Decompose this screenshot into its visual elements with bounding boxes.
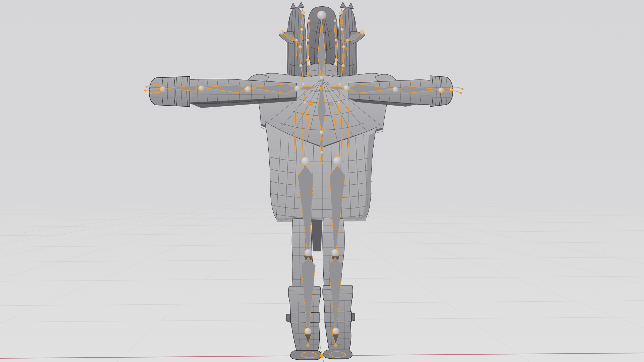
joint-elbow-right[interactable] <box>393 87 398 92</box>
joint-wrist-left[interactable] <box>199 85 204 91</box>
bone-end-on-left[interactable] <box>308 101 313 106</box>
joint-knee-right[interactable] <box>331 249 339 256</box>
joint-hip-right[interactable] <box>333 157 342 165</box>
viewport-canvas[interactable] <box>0 0 644 362</box>
boot-left[interactable] <box>286 286 321 360</box>
bone-end-on-right[interactable] <box>329 102 333 106</box>
joint-knee-left[interactable] <box>305 249 312 256</box>
cuff-left[interactable] <box>149 76 190 107</box>
viewport-3d[interactable] <box>0 0 644 362</box>
boot-strap-left <box>290 312 319 323</box>
joint-head-top[interactable] <box>317 11 326 19</box>
hair-tuft-top-right <box>340 2 354 9</box>
boot-buckle-left <box>286 314 290 322</box>
joint-shoulder-right[interactable] <box>343 85 350 91</box>
origin-point[interactable] <box>320 354 323 357</box>
inner-skirt-shadow <box>311 219 322 251</box>
joint-hand-right[interactable] <box>449 88 453 92</box>
joint-elbow-left[interactable] <box>245 86 251 92</box>
boot-buckle-right <box>352 313 355 321</box>
joint-ankle-right[interactable] <box>332 328 339 335</box>
joint-neck[interactable] <box>320 76 324 80</box>
joint-shoulder-left[interactable] <box>294 85 301 92</box>
hair-tuft-top-left <box>290 2 304 9</box>
joint-wrist-right[interactable] <box>438 87 444 93</box>
joint-hip-left[interactable] <box>301 157 310 166</box>
joint-ankle-left[interactable] <box>305 328 311 335</box>
